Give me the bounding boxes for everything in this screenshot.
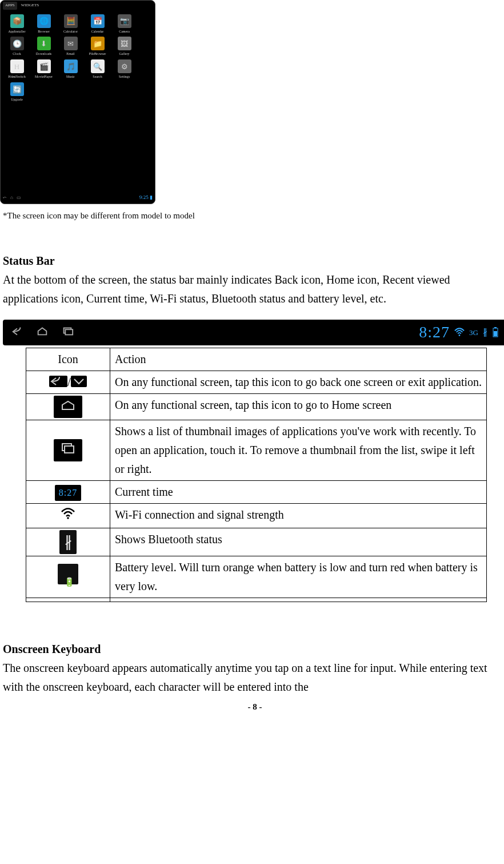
app-label: Downloads [36,51,51,57]
bluetooth-icon: ∦ [59,530,77,554]
app-browser: 🌐Browser [31,14,57,35]
home-icon [36,323,49,342]
app-label: Email [66,51,74,57]
battery-icon [492,327,499,338]
app-icon: 🎬 [37,59,51,73]
back-icon: ⤺ [3,194,7,201]
app-label: Calendar [91,29,104,35]
caption-note: *The screen icon may be different from m… [3,209,504,223]
col-action: Action [110,348,487,371]
app-icon: 📦 [10,14,24,28]
app-label: FileBrowser [89,51,106,57]
app-grid: 📦AppInstaller🌐Browser🧮Calculator📅Calenda… [1,11,141,105]
svg-rect-7 [65,446,74,453]
home-icon [54,396,82,418]
svg-rect-4 [494,327,497,328]
app-music: 🎵Music [58,59,83,80]
app-search: 🔍Search [85,59,110,80]
recent-apps-icon [54,439,82,461]
table-row: /On any functional screen, tap this icon… [26,371,487,393]
app-icon: H [10,59,24,73]
app-label: Search [93,74,102,80]
action-text: Battery level. Will turn orange when bat… [110,556,487,598]
wifi-icon [454,327,465,337]
app-icon: ✉ [64,37,78,50]
table-row [26,598,487,602]
app-calculator: 🧮Calculator [58,14,83,35]
table-row: Battery level. Will turn orange when bat… [26,556,487,598]
svg-rect-1 [65,329,73,335]
app-downloads: ⬇Downloads [31,37,57,57]
app-icon: 📅 [91,14,105,28]
app-label: Clock [13,51,21,57]
svg-rect-5 [494,331,497,336]
app-icon: 🔄 [10,82,24,96]
app-icon: 🌐 [37,14,51,28]
action-text: Wi-Fi connection and signal strength [110,503,487,528]
app-icon: 🕒 [10,37,24,50]
svg-point-8 [67,517,69,519]
wifi-icon [61,508,75,523]
keyboard-body: The onscreen keyboard appears automatica… [3,659,504,696]
col-icon: Icon [26,348,110,371]
keyboard-heading: Onscreen Keyboard [3,640,504,659]
app-calendar: 📅Calendar [85,14,110,35]
svg-point-2 [459,335,461,336]
app-icon: ⚙ [118,59,131,73]
app-label: HdmiSwitch [8,74,25,80]
nav-battery-icon: ▮ [150,194,153,200]
app-label: Gallery [119,51,130,57]
action-text: Current time [110,480,487,503]
app-clock: 🕒Clock [4,37,30,57]
app-upgrade: 🔄Upgrade [4,82,30,103]
back-icon [49,376,67,387]
app-label: Music [66,74,75,80]
app-label: Camera [119,29,130,35]
app-label: AppInstaller [9,29,26,35]
app-icon: 🧮 [64,14,78,28]
table-row: 8:27Current time [26,480,487,503]
table-row: Shows a list of thumbnail images of appl… [26,420,487,480]
app-icon: 📁 [91,37,105,50]
app-camera: 📷Camera [111,14,137,35]
app-label: Calculator [63,29,78,35]
app-label: Browser [38,29,49,35]
app-appinstaller: 📦AppInstaller [4,14,30,35]
recent-apps-icon: ▭ [17,194,21,201]
app-icon: 📷 [118,14,131,28]
tablet-tabs: APPS WIDGETS [1,1,155,11]
tab-apps: APPS [3,2,17,10]
page-number: - 8 - [3,700,504,714]
app-settings: ⚙Settings [111,59,137,80]
app-icon: 🔍 [91,59,105,73]
app-label: MoviePlayer [35,74,53,80]
icon-table: Icon Action /On any functional screen, t… [26,348,487,602]
down-icon [71,376,87,387]
table-head: Icon Action [26,348,487,371]
nav-time: 9:25 [139,194,149,200]
app-hdmiswitch: HHdmiSwitch [4,59,30,80]
battery-icon [58,564,78,584]
status-heading: Status Bar [3,252,504,270]
app-icon: 🎵 [64,59,78,73]
action-text: Shows Bluetooth status [110,528,487,556]
clock-icon: 8:27 [55,485,81,501]
app-label: Upgrade [11,97,23,103]
tab-widgets: WIDGETS [19,2,42,10]
table-row: Wi-Fi connection and signal strength [26,503,487,528]
signal-icon: 3G [469,327,478,339]
table-row: On any functional screen, tap this icon … [26,393,487,420]
app-filebrowser: 📁FileBrowser [85,37,110,57]
action-text: Shows a list of thumbnail images of appl… [110,420,487,480]
action-text: On any functional screen, tap this icon … [110,371,487,393]
status-bar-demo: 8:27 3G ∦ [3,320,504,345]
status-body: At the bottom of the screen, the status … [3,270,504,308]
app-icon: ⬇ [37,37,51,50]
app-icon: 🖼 [118,37,131,50]
app-label: Settings [119,74,130,80]
tablet-navbar: ⤺ ⌂ ▭ 9:25 ▮ [3,193,153,202]
bluetooth-icon: ∦ [483,325,487,340]
back-icon [11,323,23,342]
action-text [110,598,487,602]
home-icon: ⌂ [10,194,13,201]
